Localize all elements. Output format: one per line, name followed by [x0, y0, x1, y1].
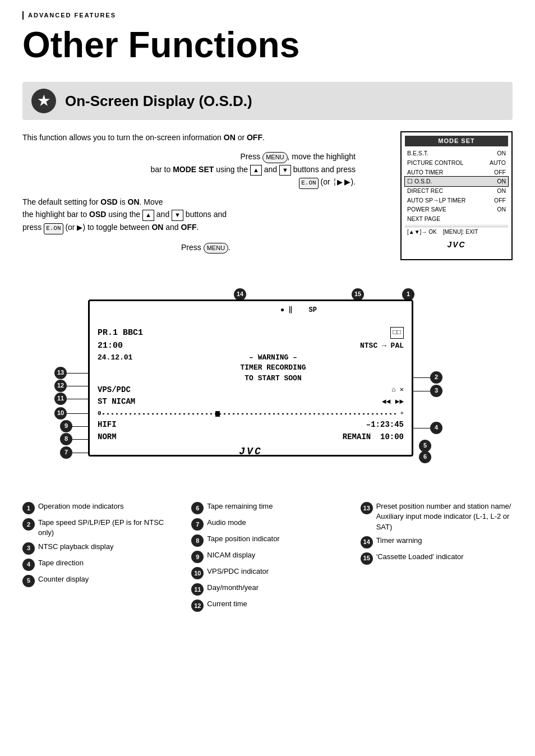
- menu-rows: B.E.S.T.ON PICTURE CONTROLAUTO AUTO TIME…: [405, 149, 508, 237]
- callout-6: 6: [419, 451, 431, 463]
- menu-row-picture: PICTURE CONTROLAUTO: [405, 158, 508, 168]
- progress-marker: [215, 411, 220, 417]
- pr-row: PR.1 BBC1 □□: [98, 327, 404, 339]
- date-warning-row: 24.12.01 – WARNING – TIMER RECORDING TO …: [98, 353, 404, 384]
- callout-7: 7: [60, 446, 72, 459]
- callout-9: 9: [60, 420, 72, 432]
- page-title: Other Functions: [22, 25, 513, 64]
- legend-item-5: 5 Counter display: [22, 574, 174, 587]
- callout-5: 5: [419, 440, 431, 452]
- time-label: 21:00: [98, 340, 123, 352]
- osd-diagram-container: 14 15 1 ● ‖ SP PR.1 BBC1 □□: [22, 271, 513, 485]
- vps-row: VPS/PDC ⌂ ✕: [98, 385, 404, 396]
- star-icon: ★: [31, 89, 56, 113]
- cassette-icon: □□: [390, 327, 404, 339]
- menu-row-nextpage: NEXT PAGE: [405, 214, 508, 224]
- menu-title-bar: MODE SET: [405, 136, 508, 146]
- legend-col-3: 13 Preset position number and station na…: [361, 501, 513, 612]
- legend-item-1: 1 Operation mode indicators: [22, 501, 174, 514]
- callout-11: 11: [54, 393, 67, 405]
- paragraph-1: Press MENU, move the highlight bar to MO…: [22, 150, 389, 189]
- menu-row-autotimer: AUTO TIMEROFF: [405, 168, 508, 177]
- legend-item-3: 3 NTSC playback display: [22, 542, 174, 555]
- menu-row-osd: ☐ O.S.D.ON: [405, 177, 508, 186]
- menu-row-powersave: POWER SAVEON: [405, 205, 508, 214]
- callout-10: 10: [54, 407, 67, 420]
- legend-item-4: 4 Tape direction: [22, 558, 174, 571]
- progress-bar: [103, 413, 399, 414]
- vps-icons: ⌂ ✕: [391, 385, 404, 395]
- legend-item-9: 9 NICAM display: [191, 550, 343, 563]
- hifi-row: HIFI –1:23:45: [98, 420, 404, 431]
- section-header: ★ On-Screen Display (O.S.D.): [22, 82, 513, 120]
- legend-item-10: 10 VPS/PDC indicator: [191, 566, 343, 579]
- legend-item-2: 2 Tape speed SP/LP/EP (EP is for NTSC on…: [22, 518, 174, 538]
- menu-button-2[interactable]: MENU: [204, 243, 228, 254]
- legend-item-15: 15 'Cassette Loaded' indicator: [361, 552, 513, 565]
- jvc-logo-screen: JVC: [98, 445, 404, 459]
- norm-row: NORM REMAIN 10:00: [98, 432, 404, 443]
- osd-content-area: This function allows you to turn the on-…: [22, 131, 513, 260]
- menu-row-autolp: AUTO SP→LP TIMEROFF: [405, 196, 508, 205]
- warning-block: – WARNING – TIMER RECORDING TO START SOO…: [142, 353, 404, 384]
- time-row: 21:00 NTSC → PAL: [98, 340, 404, 352]
- osd-text: This function allows you to turn the on-…: [22, 131, 389, 260]
- menu-row-best: B.E.S.T.ON: [405, 149, 508, 158]
- osd-section-title: On-Screen Display (O.S.D.): [65, 91, 252, 111]
- section-label: ADVANCED FEATURES: [22, 11, 513, 20]
- ok-button-2[interactable]: E.ON: [44, 223, 63, 234]
- tv-screen: ● ‖ SP PR.1 BBC1 □□ 21:00 NTSC → PAL 24.…: [88, 299, 413, 457]
- callout-14: 14: [234, 288, 246, 301]
- legend-item-14: 14 Timer warning: [361, 536, 513, 548]
- counter-time: –1:23:45: [366, 420, 404, 431]
- callout-15: 15: [352, 288, 364, 301]
- ntsc-pal: NTSC → PAL: [360, 341, 404, 351]
- jvc-logo-menu: JVC: [405, 239, 508, 251]
- callout-3: 3: [430, 385, 442, 397]
- menu-screenshot: MODE SET B.E.S.T.ON PICTURE CONTROLAUTO …: [400, 131, 513, 260]
- remain-label: REMAIN 10:00: [343, 432, 404, 443]
- norm-label: NORM: [98, 432, 117, 443]
- legend-section: 1 Operation mode indicators 2 Tape speed…: [22, 501, 513, 612]
- menu-nav: [▲▼]→ OK [MENU]: EXIT: [405, 227, 508, 237]
- ok-button[interactable]: E.ON: [299, 178, 318, 189]
- st-label: ST NICAM: [98, 397, 135, 408]
- legend-item-8: 8 Tape position indicator: [191, 534, 343, 547]
- callout-4: 4: [430, 422, 442, 434]
- date-label: 24.12.01: [98, 353, 142, 363]
- callout-1: 1: [402, 288, 414, 301]
- callout-12: 12: [54, 380, 67, 392]
- paragraph-2: The default setting for OSD is ON. Move …: [22, 196, 389, 234]
- st-row: ST NICAM ◄◄ ►►: [98, 397, 404, 408]
- direction-icons: ◄◄ ►►: [382, 397, 404, 407]
- legend-item-12: 12 Current time: [191, 599, 343, 612]
- legend-col-2: 6 Tape remaining time 7 Audio mode 8 Tap…: [191, 501, 343, 612]
- callout-2: 2: [430, 371, 442, 384]
- legend-item-7: 7 Audio mode: [191, 518, 343, 531]
- legend-item-13: 13 Preset position number and station na…: [361, 501, 513, 532]
- intro-paragraph: This function allows you to turn the on-…: [22, 131, 389, 144]
- legend-item-6: 6 Tape remaining time: [191, 501, 343, 514]
- menu-divider: [405, 225, 508, 225]
- osd-diagram: 14 15 1 ● ‖ SP PR.1 BBC1 □□: [26, 271, 509, 485]
- progress-row: 0 +: [98, 409, 404, 418]
- hifi-label: HIFI: [98, 420, 117, 431]
- menu-button[interactable]: MENU: [262, 152, 287, 163]
- menu-row-directrec: DIRECT RECON: [405, 186, 508, 196]
- vps-label: VPS/PDC: [98, 385, 131, 396]
- pr-label: PR.1 BBC1: [98, 327, 143, 339]
- legend-col-1: 1 Operation mode indicators 2 Tape speed…: [22, 501, 174, 612]
- callout-13: 13: [54, 367, 67, 379]
- legend-item-11: 11 Day/month/year: [191, 583, 343, 596]
- callout-8: 8: [60, 433, 72, 445]
- paragraph-3: Press MENU.: [22, 241, 389, 254]
